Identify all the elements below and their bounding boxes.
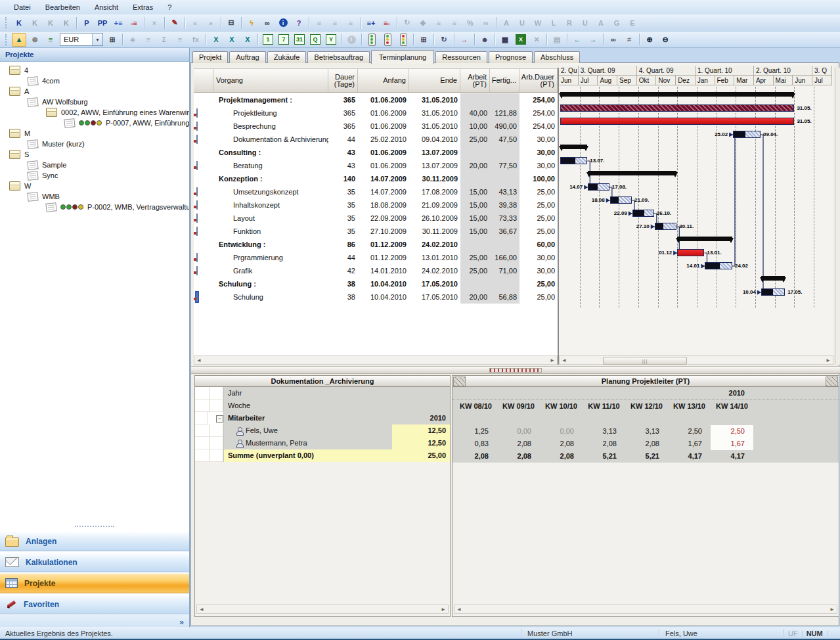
sidebar-splitter[interactable] [0, 524, 189, 530]
doc-panel-row[interactable]: Woche [195, 400, 450, 412]
tree-item[interactable]: A [0, 86, 189, 97]
traffic-light-red-icon[interactable] [396, 33, 410, 47]
planning-value-cell[interactable]: 3,13 [583, 425, 625, 438]
traffic-light-all-icon[interactable] [365, 33, 379, 47]
task-row[interactable]: Projektmanagement :36501.06.200931.05.20… [194, 93, 558, 106]
task-row[interactable]: Projektleitung36501.06.200931.05.201040,… [194, 106, 558, 120]
row-value[interactable]: 12,50 [392, 424, 450, 437]
planning-value-cell[interactable]: 0,00 [540, 425, 583, 438]
menu-item-[interactable]: ? [160, 2, 179, 12]
binoculars-icon[interactable]: ∞ [260, 16, 275, 30]
tree-item[interactable]: AW Wolfsburg [0, 97, 189, 107]
task-row[interactable]: Dokumentation & Archivierung4425.02.2010… [194, 133, 558, 146]
zoom-out-icon[interactable]: ⊖ [658, 33, 673, 47]
horizontal-splitter[interactable] [191, 366, 840, 374]
org-chart-icon[interactable]: ⊞ [416, 33, 431, 47]
task-row[interactable]: Funktion3527.10.200930.11.200915,0036,67… [194, 225, 558, 238]
doc-add-icon[interactable]: ≡+ [364, 16, 378, 30]
scroll-left-icon[interactable]: ◄ [560, 357, 569, 363]
planning-value-cell[interactable]: 1,25 [454, 425, 497, 438]
chart-view-icon[interactable]: ▲ [12, 33, 26, 47]
column-header-icon[interactable] [194, 69, 213, 92]
settings-gears-icon[interactable]: ⊛ [28, 33, 42, 47]
planning-value-cell[interactable]: 2,08 [497, 438, 540, 450]
task-row[interactable]: Grafik4214.01.201024.02.201025,0071,0030… [194, 264, 558, 277]
column-header-ende[interactable]: Ende [409, 69, 460, 92]
row-value[interactable] [392, 400, 450, 412]
zoom-in-icon[interactable]: ⊕ [642, 33, 657, 47]
planning-value-cell[interactable]: 1,67 [668, 438, 711, 450]
gantt-task-bar[interactable] [761, 288, 785, 296]
doc-panel-row[interactable]: Summe (unverplant 0,00)25,00 [195, 449, 450, 462]
task-type-icon[interactable] [196, 122, 198, 131]
task-row[interactable]: Inhaltskonzept3518.08.200921.09.200915,0… [194, 198, 558, 212]
tab-abschluss[interactable]: Abschluss [534, 51, 580, 63]
nav-button-anlagen[interactable]: Anlagen [0, 531, 189, 551]
gantt-summary-bar[interactable] [677, 237, 732, 241]
nav-button-projekte[interactable]: Projekte [0, 573, 189, 593]
calendar-month-icon[interactable]: 31 [292, 33, 307, 47]
report-a2-icon[interactable]: A [594, 16, 608, 30]
tree-item[interactable]: 0002, AWW, Einführung eines Warenwirt... [0, 107, 189, 118]
tree-item[interactable]: Muster (kurz) [0, 139, 189, 149]
print-icon[interactable]: ⊟ [224, 16, 238, 30]
unlink-icon[interactable]: ≠ [622, 33, 636, 47]
tab-projekt[interactable]: Projekt [192, 51, 228, 63]
task-row[interactable]: Layout3522.09.200926.10.200915,0073,3325… [194, 212, 558, 225]
documentation-hscrollbar[interactable]: ◄ ► [196, 605, 449, 614]
report-list-2-icon[interactable]: ≡ [328, 16, 342, 30]
gantt-task-bar[interactable] [655, 223, 677, 230]
calendar-year-icon[interactable]: Y [324, 33, 338, 47]
task-type-icon[interactable] [196, 253, 198, 262]
copy-values-icon[interactable]: ≡ [141, 33, 156, 47]
indent-icon[interactable]: » [204, 16, 218, 30]
report-r-icon[interactable]: R [562, 16, 577, 30]
forward-icon[interactable]: → [586, 33, 600, 47]
column-header-arbdauer[interactable]: Arb.Dauer(PT) [519, 69, 558, 92]
report-w-icon[interactable]: W [531, 16, 545, 30]
quick-calc-icon[interactable]: ϟ [244, 16, 259, 30]
task-type-icon[interactable] [196, 200, 198, 210]
panel-collapse-handle-icon[interactable] [453, 377, 466, 386]
row-value[interactable]: 25,00 [392, 449, 450, 462]
task-row[interactable]: Besprechung36501.06.200931.05.201010,004… [194, 120, 558, 133]
menu-item-bearbeiten[interactable]: Bearbeiten [38, 2, 87, 12]
chevron-more-icon[interactable]: » [179, 618, 184, 627]
calendar-quarter-icon[interactable]: Q [308, 33, 322, 47]
planning-value-cell[interactable]: 2,08 [540, 438, 583, 450]
task-row[interactable]: Entwicklung :8601.12.200924.02.201060,00 [194, 238, 558, 251]
tree-item[interactable]: Sample [0, 160, 189, 170]
traffic-light-mixed-icon[interactable] [380, 33, 395, 47]
fx-icon[interactable]: fx [188, 33, 203, 47]
task-row[interactable]: Beratung4301.06.200913.07.200920,0077,50… [194, 159, 558, 172]
tab-zukäufe[interactable]: Zukäufe [267, 51, 307, 63]
nav-button-kalkulationen[interactable]: Kalkulationen [0, 552, 189, 572]
row-value[interactable] [392, 387, 450, 400]
tab-ressourcen[interactable]: Ressourcen [435, 51, 487, 63]
tab-terminplanung[interactable]: Terminplanung [371, 50, 434, 64]
row-value[interactable]: 12,50 [392, 437, 450, 449]
report-e-icon[interactable]: E [625, 16, 640, 30]
scroll-right-icon[interactable]: ► [548, 357, 557, 363]
close-project-icon[interactable]: K [59, 16, 74, 30]
sum-icon[interactable]: Σ [157, 33, 171, 47]
task-type-icon[interactable] [196, 135, 198, 144]
planning-data-row[interactable]: 2,082,082,085,215,214,174,17 [453, 450, 839, 463]
tree-item[interactable]: P-0002, WMB, Vertragsverwaltung [0, 202, 189, 212]
scroll-right-icon[interactable]: ► [439, 606, 448, 612]
milestone-icon[interactable]: ◆ [416, 16, 430, 30]
planning-value-cell[interactable]: 2,08 [540, 450, 583, 463]
task-row[interactable]: Umsetzungskonzept3514.07.200917.08.20091… [194, 185, 558, 198]
column-header-vorgang[interactable]: Vorgang [213, 69, 328, 92]
doc-panel-row[interactable]: Jahr [195, 387, 450, 400]
planning-value-cell[interactable]: 1,67 [711, 438, 753, 450]
excel-export-icon[interactable]: X [514, 33, 528, 47]
scroll-left-icon[interactable]: ◄ [194, 357, 204, 363]
film-icon[interactable]: ▤ [550, 33, 564, 47]
planning-hscrollbar[interactable]: ◄ ► [454, 605, 837, 614]
column-header-fertig[interactable]: Fertig... [490, 69, 519, 92]
row-value[interactable]: 2010 [392, 412, 450, 424]
tree-item[interactable]: W [0, 181, 189, 191]
planning-value-cell[interactable]: 0,00 [497, 425, 540, 438]
scroll-right-icon[interactable]: ► [824, 357, 833, 363]
